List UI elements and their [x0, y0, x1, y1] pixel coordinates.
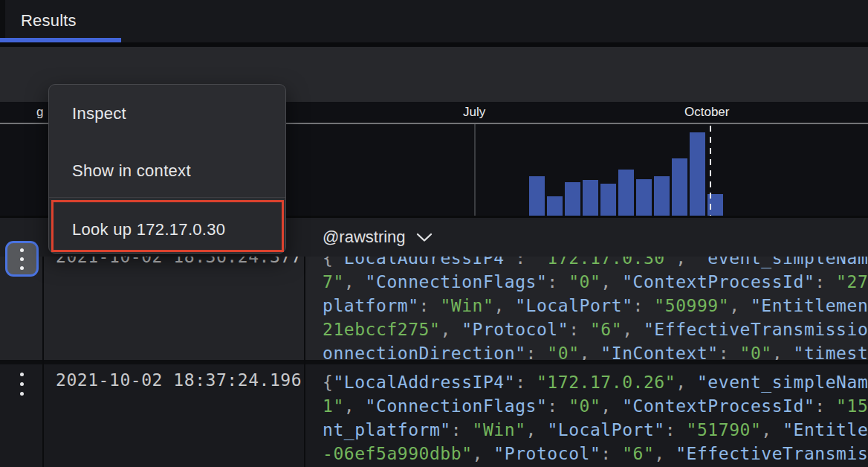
rawstring-cell: {"LocalAddressIP4": "172.17.0.26", "even… [323, 370, 868, 467]
row-divider [0, 360, 868, 364]
table-row[interactable]: 2021-10-02 18:36:24.377 {"LocalAddressIP… [0, 245, 868, 360]
histogram-bar [565, 182, 580, 216]
results-table: 2021-10-02 18:36:24.377 {"LocalAddressIP… [0, 218, 868, 467]
timestamp-cell: 2021-10-02 18:37:24.196 [56, 370, 302, 390]
context-menu: Inspect Show in context Look up 172.17.0… [48, 84, 286, 254]
histogram-bar [529, 176, 545, 216]
kebab-icon [20, 248, 24, 270]
kebab-icon [20, 373, 24, 396]
tab-bar: Results [0, 0, 868, 47]
menu-item-show-in-context[interactable]: Show in context [72, 161, 191, 181]
time-cursor-line [710, 126, 711, 216]
tab-results[interactable]: Results [21, 11, 77, 30]
chevron-down-icon[interactable] [416, 233, 433, 242]
axis-label-july: July [463, 105, 485, 120]
partial-axis-label: g [36, 105, 43, 120]
column-header-rawstring[interactable]: @rawstring [323, 218, 433, 257]
row-actions-button[interactable] [5, 241, 39, 277]
axis-label-october: October [684, 105, 729, 120]
histogram-bar [547, 196, 563, 216]
histogram-bar [600, 184, 616, 216]
window-edge [0, 0, 5, 38]
gridline-july [474, 124, 476, 216]
histogram-bar [583, 180, 598, 216]
menu-item-lookup[interactable]: Look up 172.17.0.30 [54, 202, 282, 239]
histogram-bar [654, 176, 670, 216]
rawstring-cell: {"LocalAddressIP4": "172.17.0.30", "even… [323, 246, 868, 365]
rawstring-header-label: @rawstring [323, 228, 406, 247]
histogram-bar [618, 170, 634, 216]
lookup-highlight-ring: Look up 172.17.0.30 [51, 200, 284, 252]
menu-divider [49, 197, 285, 198]
histogram-bar [672, 158, 687, 216]
histogram-bar [690, 132, 705, 216]
histogram-bar [636, 179, 652, 216]
row-actions-button[interactable] [16, 369, 27, 399]
table-row[interactable]: 2021-10-02 18:37:24.196 {"LocalAddressIP… [0, 364, 868, 467]
menu-item-inspect[interactable]: Inspect [72, 104, 126, 123]
